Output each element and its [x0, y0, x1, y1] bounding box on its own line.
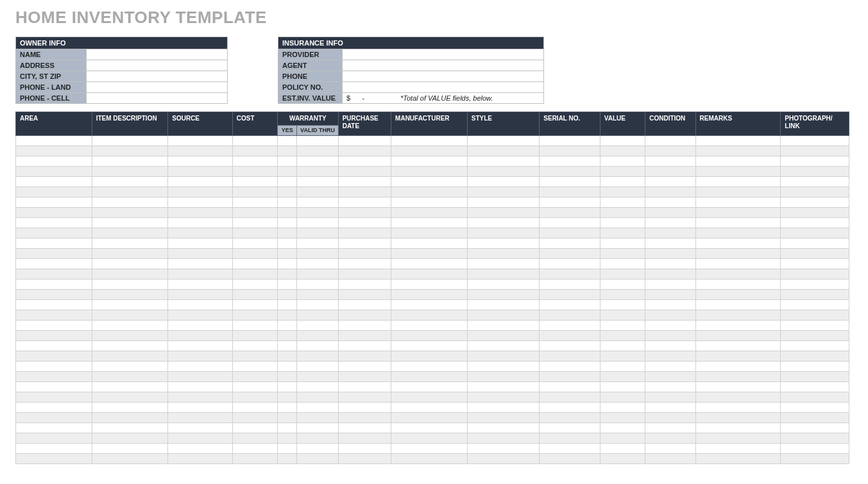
cell[interactable]	[391, 351, 468, 361]
cell[interactable]	[168, 135, 233, 146]
cell[interactable]	[338, 248, 391, 258]
cell[interactable]	[232, 433, 277, 443]
cell[interactable]	[781, 412, 849, 422]
cell[interactable]	[391, 392, 468, 402]
cell[interactable]	[600, 340, 645, 351]
cell[interactable]	[467, 258, 540, 269]
cell[interactable]	[297, 228, 338, 238]
cell[interactable]	[232, 269, 277, 279]
cell[interactable]	[645, 135, 695, 146]
cell[interactable]	[540, 248, 600, 258]
cell[interactable]	[645, 320, 695, 330]
cell[interactable]	[781, 156, 849, 166]
cell[interactable]	[645, 187, 695, 197]
cell[interactable]	[781, 392, 849, 402]
cell[interactable]	[645, 443, 695, 453]
cell[interactable]	[232, 340, 277, 351]
cell[interactable]	[232, 361, 277, 371]
cell[interactable]	[600, 279, 645, 289]
cell[interactable]	[338, 330, 391, 340]
cell[interactable]	[16, 269, 92, 279]
cell[interactable]	[297, 381, 338, 392]
cell[interactable]	[540, 351, 600, 361]
cell[interactable]	[695, 433, 781, 443]
cell[interactable]	[232, 197, 277, 207]
cell[interactable]	[645, 412, 695, 422]
cell[interactable]	[695, 453, 781, 463]
cell[interactable]	[338, 166, 391, 176]
cell[interactable]	[16, 176, 92, 187]
cell[interactable]	[16, 412, 92, 422]
cell[interactable]	[467, 279, 540, 289]
cell[interactable]	[278, 248, 297, 258]
cell[interactable]	[600, 176, 645, 187]
cell[interactable]	[168, 330, 233, 340]
cell[interactable]	[645, 248, 695, 258]
cell[interactable]	[391, 340, 468, 351]
cell[interactable]	[338, 156, 391, 166]
cell[interactable]	[168, 351, 233, 361]
cell[interactable]	[695, 320, 781, 330]
owner-address-value[interactable]	[87, 60, 228, 71]
cell[interactable]	[232, 392, 277, 402]
cell[interactable]	[645, 299, 695, 310]
cell[interactable]	[297, 248, 338, 258]
cell[interactable]	[338, 422, 391, 433]
cell[interactable]	[92, 228, 168, 238]
cell[interactable]	[645, 351, 695, 361]
cell[interactable]	[92, 351, 168, 361]
cell[interactable]	[600, 443, 645, 453]
cell[interactable]	[16, 371, 92, 381]
cell[interactable]	[297, 402, 338, 412]
cell[interactable]	[92, 361, 168, 371]
cell[interactable]	[16, 248, 92, 258]
cell[interactable]	[645, 361, 695, 371]
cell[interactable]	[92, 443, 168, 453]
cell[interactable]	[232, 258, 277, 269]
cell[interactable]	[600, 412, 645, 422]
cell[interactable]	[168, 289, 233, 299]
cell[interactable]	[695, 187, 781, 197]
cell[interactable]	[232, 217, 277, 228]
cell[interactable]	[16, 279, 92, 289]
cell[interactable]	[391, 156, 468, 166]
cell[interactable]	[467, 176, 540, 187]
cell[interactable]	[600, 299, 645, 310]
cell[interactable]	[232, 279, 277, 289]
cell[interactable]	[540, 320, 600, 330]
cell[interactable]	[297, 443, 338, 453]
cell[interactable]	[781, 443, 849, 453]
cell[interactable]	[467, 453, 540, 463]
cell[interactable]	[297, 279, 338, 289]
cell[interactable]	[92, 340, 168, 351]
ins-provider-value[interactable]	[343, 49, 544, 60]
cell[interactable]	[297, 197, 338, 207]
cell[interactable]	[168, 248, 233, 258]
cell[interactable]	[391, 330, 468, 340]
cell[interactable]	[232, 299, 277, 310]
cell[interactable]	[168, 238, 233, 248]
cell[interactable]	[92, 197, 168, 207]
cell[interactable]	[168, 443, 233, 453]
cell[interactable]	[540, 197, 600, 207]
cell[interactable]	[391, 197, 468, 207]
cell[interactable]	[297, 156, 338, 166]
cell[interactable]	[391, 371, 468, 381]
cell[interactable]	[232, 412, 277, 422]
cell[interactable]	[540, 392, 600, 402]
cell[interactable]	[781, 361, 849, 371]
cell[interactable]	[16, 135, 92, 146]
cell[interactable]	[695, 402, 781, 412]
cell[interactable]	[695, 176, 781, 187]
cell[interactable]	[297, 176, 338, 187]
cell[interactable]	[92, 299, 168, 310]
cell[interactable]	[92, 238, 168, 248]
cell[interactable]	[645, 330, 695, 340]
cell[interactable]	[391, 422, 468, 433]
cell[interactable]	[92, 433, 168, 443]
cell[interactable]	[695, 258, 781, 269]
cell[interactable]	[297, 269, 338, 279]
cell[interactable]	[467, 330, 540, 340]
cell[interactable]	[781, 402, 849, 412]
cell[interactable]	[391, 135, 468, 146]
